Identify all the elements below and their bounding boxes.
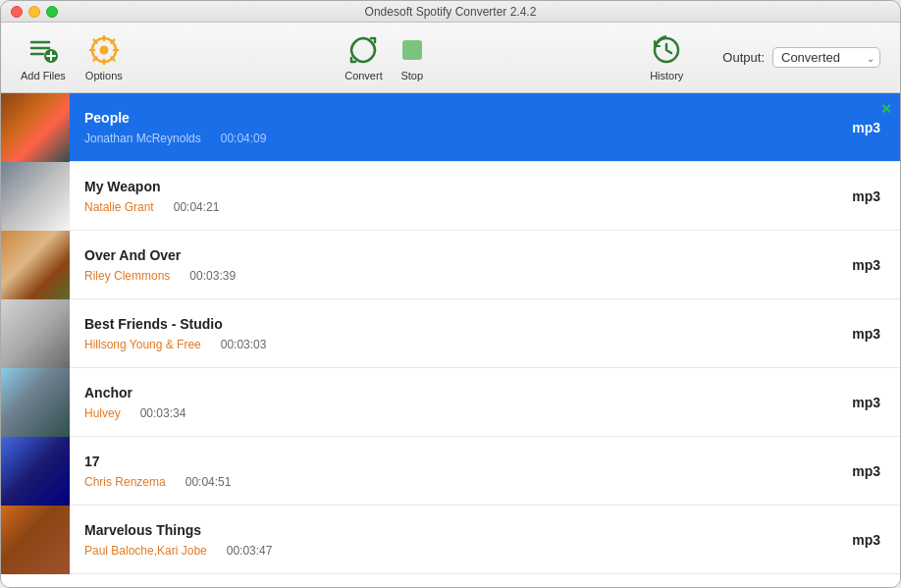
track-meta: Hillsong Young & Free 00:03:03 [84,338,837,351]
stop-button[interactable]: Stop [397,34,428,81]
track-artist: Riley Clemmons [84,269,170,283]
options-button[interactable]: Options [85,34,123,81]
convert-button[interactable]: Convert [344,34,383,81]
output-dropdown[interactable]: Converted Downloads Music Desktop [772,47,880,68]
toolbar: Add Files Options [1,23,900,93]
track-format: mp3 [852,120,880,135]
output-section: Output: Converted Downloads Music Deskto… [722,47,880,68]
track-artist: Jonathan McReynolds [84,132,201,145]
track-title: Best Friends - Studio [84,316,837,332]
history-button[interactable]: History [650,34,683,81]
track-thumbnail [1,299,70,368]
track-duration: 00:04:51 [186,475,232,489]
track-artist: Natalie Grant [84,200,154,214]
app-title: Ondesoft Spotify Converter 2.4.2 [365,5,537,19]
track-row[interactable]: Marvelous Things Paul Baloche,Kari Jobe … [1,506,900,574]
stop-label: Stop [400,70,423,81]
title-bar: Ondesoft Spotify Converter 2.4.2 [1,1,900,23]
close-track-button[interactable]: ✕ [880,101,892,117]
track-format: mp3 [852,463,880,479]
track-meta: Hulvey 00:03:34 [84,406,837,420]
track-meta: Natalie Grant 00:04:21 [84,200,837,214]
output-dropdown-wrapper[interactable]: Converted Downloads Music Desktop ⌄ [772,47,880,68]
convert-label: Convert [344,70,383,81]
track-duration: 00:04:09 [221,132,267,145]
traffic-lights [11,6,58,18]
track-row[interactable]: Anchor Hulvey 00:03:34 mp3 [1,368,900,437]
minimize-button[interactable] [28,6,40,18]
track-thumbnail [1,368,70,437]
track-artist: Paul Baloche,Kari Jobe [84,544,207,558]
track-format: mp3 [852,326,880,342]
track-row[interactable]: My Weapon Natalie Grant 00:04:21 mp3 [1,162,900,231]
track-duration: 00:03:47 [227,544,273,558]
svg-rect-16 [402,40,422,60]
history-icon [651,34,682,66]
track-info: Over And Over Riley Clemmons 00:03:39 [70,238,852,293]
track-duration: 00:03:34 [140,406,186,420]
track-meta: Jonathan McReynolds 00:04:09 [84,132,837,145]
track-row[interactable]: 17 Chris Renzema 00:04:51 mp3 [1,437,900,506]
track-artist: Hillsong Young & Free [84,338,201,351]
track-meta: Paul Baloche,Kari Jobe 00:03:47 [84,544,837,558]
history-label: History [650,70,683,81]
track-info: 17 Chris Renzema 00:04:51 [70,444,852,499]
track-duration: 00:03:39 [189,269,236,283]
track-thumbnail [1,437,70,506]
svg-point-7 [99,45,108,54]
track-row[interactable]: People Jonathan McReynolds 00:04:09 mp3 … [1,93,900,162]
track-info: Anchor Hulvey 00:03:34 [70,375,852,430]
track-row[interactable]: Best Friends - Studio Hillsong Young & F… [1,299,900,368]
track-meta: Chris Renzema 00:04:51 [84,475,837,489]
track-thumbnail [1,162,70,231]
track-info: Best Friends - Studio Hillsong Young & F… [70,306,852,361]
track-format: mp3 [852,188,880,204]
track-title: 17 [84,454,837,469]
convert-icon [347,34,379,66]
options-label: Options [85,70,123,81]
stop-icon [397,34,428,66]
track-title: Marvelous Things [84,522,837,538]
add-files-icon [27,34,59,66]
track-format: mp3 [852,395,880,410]
track-meta: Riley Clemmons 00:03:39 [84,269,837,283]
track-title: Over And Over [84,247,837,263]
track-format: mp3 [852,532,880,548]
track-duration: 00:04:21 [174,200,220,214]
add-files-button[interactable]: Add Files [21,34,66,81]
track-info: People Jonathan McReynolds 00:04:09 [70,100,852,155]
track-info: My Weapon Natalie Grant 00:04:21 [70,169,852,224]
track-info: Marvelous Things Paul Baloche,Kari Jobe … [70,512,852,567]
track-list: People Jonathan McReynolds 00:04:09 mp3 … [1,93,900,588]
options-icon [88,34,120,66]
track-format: mp3 [852,257,880,273]
track-artist: Hulvey [84,406,121,420]
add-files-label: Add Files [21,70,66,81]
track-duration: 00:03:03 [221,338,267,351]
track-row[interactable]: Over And Over Riley Clemmons 00:03:39 mp… [1,231,900,299]
track-thumbnail [1,231,70,299]
track-thumbnail [1,93,70,162]
maximize-button[interactable] [46,6,58,18]
track-title: My Weapon [84,179,837,194]
track-artist: Chris Renzema [84,475,166,489]
output-label: Output: [722,50,765,65]
track-title: Anchor [84,385,837,401]
track-title: People [84,110,837,126]
close-button[interactable] [11,6,23,18]
track-thumbnail [1,506,70,574]
